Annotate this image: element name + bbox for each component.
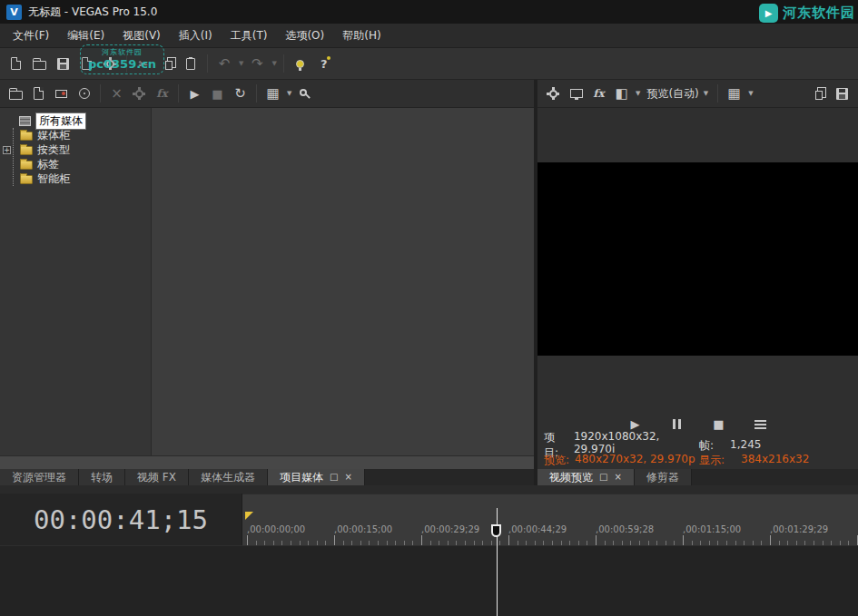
video-output-fx-button[interactable]: fx [589,83,608,103]
media-body: 所有媒体 媒体柜 按类型 标签 [0,108,534,455]
menu-help[interactable]: 帮助(H) [333,24,390,48]
tree-item-smart-bins[interactable]: 智能柜 [20,171,151,186]
expand-plus-icon[interactable] [3,146,11,154]
redo-dropdown-icon[interactable]: ▼ [271,60,276,67]
preview-quality-selector[interactable]: 预览(自动) ▼ [644,86,711,102]
tree-item-all-media[interactable]: 所有媒体 [0,113,151,128]
tab-transitions[interactable]: 转场 [79,469,125,485]
tree-item-tags[interactable]: 标签 [20,157,151,171]
capture-video-button[interactable] [52,83,71,103]
tab-media-generators[interactable]: 媒体生成器 [189,469,268,485]
media-horizontal-scrollbar[interactable] [0,455,534,469]
new-bin-button[interactable] [6,83,25,103]
ruler-label: ,00:01:29;29 [770,524,828,534]
tab-explorer[interactable]: 资源管理器 [0,469,79,485]
delete-x-icon: × [111,87,123,101]
auto-preview-button[interactable]: ↻ [231,83,250,103]
interactive-tutorials-button[interactable]: ? [314,53,334,74]
external-monitor-button[interactable] [567,83,586,103]
paste-button[interactable] [181,53,201,74]
tab-project-media[interactable]: 项目媒体 □ × [268,469,365,485]
copy-snapshot-button[interactable] [808,83,827,103]
media-fx-button[interactable]: fx [153,83,172,103]
cd-disc-icon [79,88,90,99]
timecode-display[interactable]: 00:00:41;15 [0,494,242,545]
views-dropdown-icon[interactable]: ▼ [287,90,291,97]
tab-video-fx[interactable]: 视频 FX [125,469,189,485]
stop-button[interactable]: ■ [709,414,729,435]
overlay-dropdown-icon[interactable]: ▼ [748,90,753,97]
grid-overlay-button[interactable]: ▦ [725,83,744,103]
search-media-button[interactable] [295,83,314,103]
external-monitor-icon [570,89,583,98]
watermark-titlebar: ▶ 河东软件园 [759,4,855,23]
preview-stop-button[interactable]: ■ [208,83,227,103]
menu-tools[interactable]: 工具(T) [222,24,277,48]
views-button[interactable]: ▦ [263,83,282,103]
app-root: { "titlebar": { "app_icon_letter": "V", … [0,0,858,616]
preview-quality-label: 预览(自动) [646,86,698,102]
watermark-domain: pc0359.cn [88,57,156,71]
new-bin-folder-icon [9,91,23,100]
video-output-fx-icon: fx [593,87,604,100]
menu-file[interactable]: 文件(F) [4,24,58,48]
tab-label: 修剪器 [646,470,679,485]
watermark-site-name-small: 河东软件园 [88,47,156,57]
new-project-button[interactable] [5,53,25,74]
tree-item-media-bins[interactable]: 媒体柜 [20,128,151,142]
toolbar-separator [717,84,718,103]
tab-label: 视频 FX [137,470,176,485]
right-dock-tabs: 视频预览 □ × 修剪器 [537,469,858,485]
preview-gear-icon [549,90,557,98]
media-list-area[interactable] [152,108,534,455]
titlebar: V 无标题 - VEGAS Pro 15.0 [0,0,858,24]
main-area: × fx ▶ ■ ↻ ▦ ▼ 所有媒体 媒体柜 [0,80,858,485]
stop-icon: ■ [212,88,222,100]
split-screen-dropdown-icon[interactable]: ▼ [636,90,640,97]
timeline-ruler[interactable]: ,00:00:00;00 ,00:00:15;00 ,00:00:29;29 ,… [242,494,858,545]
media-properties-button[interactable] [130,83,149,103]
tab-label: 转场 [91,470,113,485]
watermark-toolbar: 河东软件园 pc0359.cn [80,44,164,74]
interactive-tutorials-icon: ? [321,57,328,71]
tree-item-by-type[interactable]: 按类型 [20,142,151,157]
track-area[interactable] [0,545,858,616]
search-icon [300,89,307,96]
float-window-icon[interactable]: □ [330,473,338,482]
ruler-label: ,00:00:29;29 [421,524,479,534]
tree-item-label: 标签 [37,157,59,172]
tab-trimmer[interactable]: 修剪器 [635,469,692,485]
undo-dropdown-icon[interactable]: ▼ [239,60,243,67]
toolbar-separator [283,54,284,73]
stats-row-preview: 预览: 480x270x32, 29.970p 显示: 384x216x32 [544,453,852,467]
save-snapshot-button[interactable] [833,83,852,103]
stats-row-project: 项目: 1920x1080x32, 29.970i 帧: 1,245 [544,438,852,453]
import-media-button[interactable] [29,83,48,103]
tab-label: 项目媒体 [280,470,323,485]
window-title: 无标题 - VEGAS Pro 15.0 [28,5,157,20]
close-tab-icon[interactable]: × [344,473,351,482]
loop-start-marker[interactable] [245,512,253,520]
remove-media-button[interactable]: × [107,83,126,103]
save-project-button[interactable] [53,53,73,74]
menu-lines-icon [754,424,766,425]
tab-video-preview[interactable]: 视频预览 □ × [537,469,635,485]
tab-label: 视频预览 [549,470,593,485]
float-window-icon[interactable]: □ [599,473,607,482]
preview-play-button[interactable]: ▶ [185,83,204,103]
quality-dropdown-icon: ▼ [704,90,708,97]
open-project-button[interactable] [29,53,49,74]
display-format: 显示: 384x216x32 [699,453,852,468]
redo-button[interactable]: ↷ [247,53,267,74]
playhead-marker[interactable] [491,524,501,537]
menu-insert[interactable]: 插入(I) [170,24,222,48]
close-tab-icon[interactable]: × [614,473,621,482]
play-icon: ▶ [191,88,200,100]
preview-settings-button[interactable] [544,83,563,103]
extract-audio-button[interactable] [74,83,94,103]
playback-menu-button[interactable] [751,414,771,435]
whats-new-button[interactable] [291,53,311,74]
undo-button[interactable]: ↶ [214,53,234,74]
menu-options[interactable]: 选项(O) [276,24,333,48]
split-screen-button[interactable]: ◧ [612,83,631,103]
